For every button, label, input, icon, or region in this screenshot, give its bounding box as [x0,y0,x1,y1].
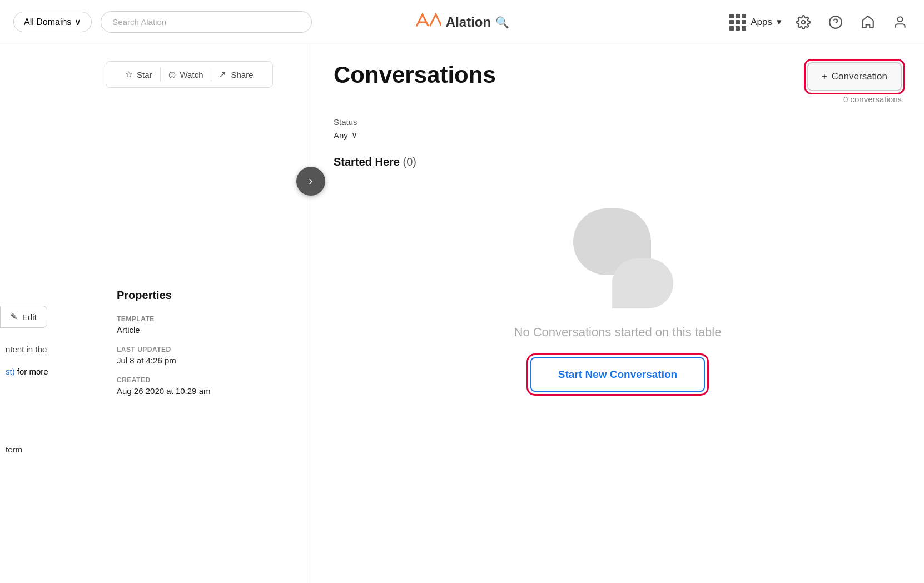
status-value: Any [334,131,348,140]
created-label: CREATED [117,376,284,384]
search-icon: 🔍 [495,16,509,29]
apps-chevron-icon: ▾ [777,16,782,28]
last-updated-label: LAST UPDATED [117,346,284,353]
status-dropdown[interactable]: Any ∨ [334,130,357,140]
star-button[interactable]: ☆ Star [117,67,161,82]
star-label: Star [137,70,152,79]
inbox-button[interactable] [857,12,878,33]
settings-button[interactable] [793,12,814,33]
apps-menu[interactable]: Apps ▾ [729,14,782,31]
edit-label: Edit [22,312,37,322]
share-icon: ↗ [219,69,226,79]
domains-label: All Domains [24,17,71,27]
template-value: Article [117,325,284,335]
start-new-label: Start New Conversation [558,368,677,380]
left-panel: ☆ Star ◎ Watch ↗ Share › ✎ Edit ntent in… [0,44,311,583]
domains-dropdown[interactable]: All Domains ∨ [13,12,92,32]
search-bar[interactable]: Search Alation [101,11,312,33]
properties-section: Properties TEMPLATE Article LAST UPDATED… [106,278,295,418]
search-placeholder: Search Alation [112,17,166,27]
svg-point-4 [898,17,903,22]
expand-button[interactable]: › [296,167,325,196]
last-updated-property: LAST UPDATED Jul 8 at 4:26 pm [117,346,284,365]
conversations-count: 0 conversations [843,94,902,104]
conversations-header: Conversations + Conversation 0 conversat… [334,62,902,104]
started-here-count: (0) [403,156,416,168]
partial-link[interactable]: st) [6,367,15,376]
created-value: Aug 26 2020 at 10:29 am [117,386,284,396]
properties-title: Properties [117,289,284,302]
plus-icon: + [822,71,827,82]
status-filter: Status Any ∨ [334,117,902,140]
content-area: ☆ Star ◎ Watch ↗ Share › ✎ Edit ntent in… [0,44,924,583]
template-label: TEMPLATE [117,315,284,323]
share-button[interactable]: ↗ Share [211,67,261,82]
started-here-label: Started Here [334,156,400,168]
created-property: CREATED Aug 26 2020 at 10:29 am [117,376,284,396]
navbar: All Domains ∨ Search Alation Alation 🔍 A… [0,0,924,44]
conversations-title: Conversations [334,62,496,88]
help-button[interactable] [825,12,846,33]
grid-icon [729,14,746,31]
partial-content-2: st) for more [0,367,54,376]
conversations-title-block: Conversations [334,62,496,88]
user-button[interactable] [890,12,911,33]
partial-term: term [0,445,28,454]
chevron-right-icon: › [309,174,312,188]
right-panel: Conversations + Conversation 0 conversat… [311,44,924,583]
action-bar: ☆ Star ◎ Watch ↗ Share [106,61,273,88]
status-label: Status [334,117,902,127]
chat-bubble-illustration [562,208,673,308]
watch-label: Watch [180,70,203,79]
logo-text: Alation [446,14,491,30]
add-conversation-button[interactable]: + Conversation [807,62,902,91]
status-chevron-icon: ∨ [351,130,357,140]
logo-icon [415,12,441,32]
partial-content-1: ntent in the [0,345,52,354]
add-conversation-label: Conversation [832,71,887,82]
bubble-secondary [612,258,673,308]
started-here-heading: Started Here (0) [334,156,902,168]
star-icon: ☆ [125,69,132,79]
nav-right: Apps ▾ [729,12,911,33]
svg-point-1 [802,20,806,24]
edit-button[interactable]: ✎ Edit [0,306,47,328]
pencil-icon: ✎ [11,312,18,322]
chevron-down-icon: ∨ [74,17,81,27]
apps-label: Apps [751,17,772,28]
alation-logo: Alation 🔍 [415,12,509,32]
watch-button[interactable]: ◎ Watch [161,67,212,82]
template-property: TEMPLATE Article [117,315,284,335]
empty-state: No Conversations started on this table S… [334,186,902,414]
share-label: Share [231,70,253,79]
start-new-conversation-button[interactable]: Start New Conversation [530,357,705,392]
eye-icon: ◎ [168,69,176,79]
empty-state-text: No Conversations started on this table [514,325,722,340]
add-conversation-block: + Conversation 0 conversations [807,62,902,104]
last-updated-value: Jul 8 at 4:26 pm [117,356,284,365]
